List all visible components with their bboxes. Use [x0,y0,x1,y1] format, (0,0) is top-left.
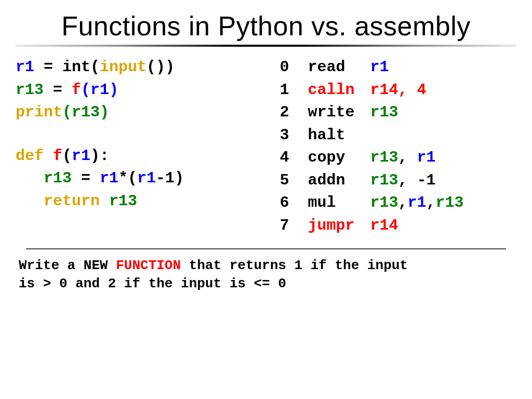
py-token: = [72,169,100,187]
asm-args: r13, -1 [370,169,435,192]
asm-token: r1 [417,149,435,166]
asm-token: , [398,149,417,166]
exercise-prompt: Write a NEW FUNCTION that returns 1 if t… [16,257,516,293]
code-columns: r1 = int(input()) r13 = f(r1) print(r13)… [16,56,516,237]
asm-token: , [398,194,407,211]
asm-line: 5addnr13, -1 [280,169,516,192]
py-token: r1 [72,147,90,165]
asm-token: , -1 [398,171,435,189]
assembly-code: 0readr11callnr14, 42writer133halt4copyr1… [280,56,516,237]
asm-args: r13,r1,r13 [370,192,463,215]
py-token: -1) [156,169,184,187]
py-line-1: r1 = int(input()) [16,56,264,79]
py-token: f [53,147,62,165]
asm-token: r1 [370,58,389,76]
py-line-5: r13 = r1*(r1-1) [16,167,264,190]
asm-line: 7jumprr14 [280,215,516,237]
py-token: *( [118,169,137,187]
asm-opcode: jumpr [308,215,370,237]
asm-line-number: 6 [280,192,308,215]
divider-line [26,248,506,249]
asm-args: r13 [370,101,398,124]
py-line-3: print(r13) [16,101,264,124]
asm-opcode: read [308,56,370,79]
py-line-6: return r13 [16,190,264,213]
asm-line: 0readr1 [280,56,516,79]
py-token: ( [62,147,72,165]
prompt-text: Write a NEW [19,258,116,273]
prompt-line-1: Write a NEW FUNCTION that returns 1 if t… [19,257,513,275]
py-token: r13 [16,81,44,99]
asm-line-number: 5 [280,169,308,192]
py-token: (r1) [81,81,118,99]
asm-token: r13 [435,194,463,211]
asm-args: r14 [370,215,398,237]
asm-line: 1callnr14, 4 [280,79,516,102]
asm-opcode: addn [308,169,370,192]
py-token: r1 [100,169,118,187]
blank-line [16,124,264,145]
asm-opcode: calln [308,79,370,102]
asm-line-number: 7 [280,215,308,237]
py-token: print [16,103,62,121]
py-token: r1 [16,58,34,76]
py-token: ): [90,147,109,165]
py-token: r13 [109,192,137,210]
asm-token: r14, 4 [370,81,426,99]
py-line-2: r13 = f(r1) [16,79,264,102]
python-code: r1 = int(input()) r13 = f(r1) print(r13)… [16,56,264,237]
asm-args: r1 [370,56,389,79]
asm-opcode: halt [308,124,370,147]
asm-token: r13 [370,194,398,211]
asm-token: r13 [370,149,398,166]
asm-line: 6mulr13,r1,r13 [280,192,516,215]
asm-line: 3halt [280,124,516,147]
py-token: (r13) [62,103,109,121]
asm-line-number: 4 [280,147,308,169]
asm-token: r13 [370,171,398,189]
asm-opcode: write [308,101,370,124]
prompt-line-2: is > 0 and 2 if the input is <= 0 [19,275,513,293]
asm-line: 2writer13 [280,101,516,124]
prompt-text: FUNCTION [116,258,181,273]
slide-title: Functions in Python vs. assembly [16,10,516,42]
py-token: ()) [147,58,175,76]
asm-token: r14 [370,217,398,234]
title-underline [16,45,516,47]
asm-line-number: 0 [280,56,308,79]
asm-token: , [426,194,435,211]
asm-args: r14, 4 [370,79,426,102]
asm-line-number: 1 [280,79,308,102]
py-line-4: def f(r1): [16,145,264,168]
py-token: input [100,58,147,76]
asm-line: 4copyr13, r1 [280,147,516,169]
py-token: def [16,147,53,165]
asm-token: r1 [407,194,426,211]
asm-args: r13, r1 [370,147,435,169]
py-token: f [72,81,81,99]
slide: Functions in Python vs. assembly r1 = in… [0,0,532,399]
py-token: = [44,81,72,99]
asm-line-number: 2 [280,101,308,124]
py-token: r13 [44,169,72,187]
py-token: r1 [137,169,156,187]
asm-opcode: mul [308,192,370,215]
py-token: int( [62,58,100,76]
asm-token: r13 [370,103,398,121]
prompt-text: that returns 1 if the input [181,258,408,273]
py-token: = [34,58,62,76]
asm-line-number: 3 [280,124,308,147]
asm-opcode: copy [308,147,370,169]
py-token: return [44,192,109,210]
